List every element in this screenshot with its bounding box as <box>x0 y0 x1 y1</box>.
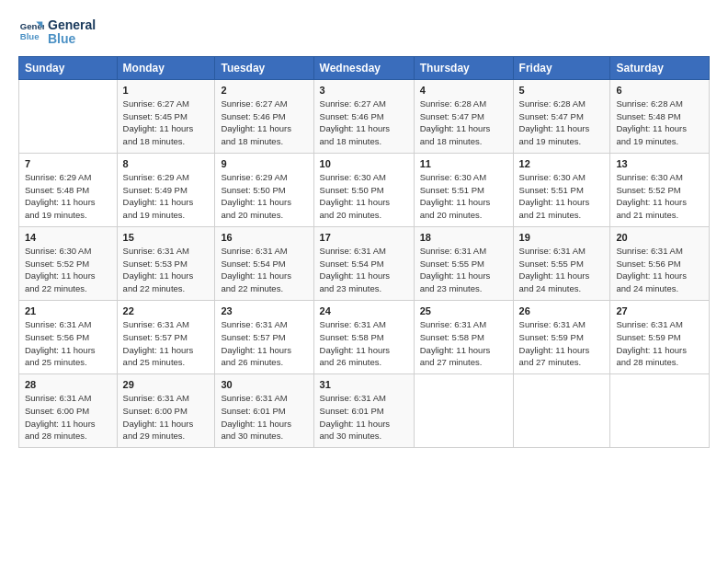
calendar-cell: 13Sunrise: 6:30 AMSunset: 5:52 PMDayligh… <box>610 153 710 226</box>
day-number: 18 <box>420 232 507 243</box>
calendar-cell: 14Sunrise: 6:30 AMSunset: 5:52 PMDayligh… <box>19 226 118 300</box>
day-number: 11 <box>420 158 507 169</box>
day-number: 23 <box>221 305 307 316</box>
day-info: Sunrise: 6:30 AMSunset: 5:52 PMDaylight:… <box>616 171 703 222</box>
day-info: Sunrise: 6:29 AMSunset: 5:49 PMDaylight:… <box>123 171 210 222</box>
day-info: Sunrise: 6:31 AMSunset: 5:59 PMDaylight:… <box>519 318 605 369</box>
calendar-cell: 15Sunrise: 6:31 AMSunset: 5:53 PMDayligh… <box>117 226 215 300</box>
day-info: Sunrise: 6:31 AMSunset: 5:56 PMDaylight:… <box>616 245 703 295</box>
day-number: 4 <box>420 85 507 96</box>
day-info: Sunrise: 6:31 AMSunset: 6:00 PMDaylight:… <box>123 392 210 442</box>
day-info: Sunrise: 6:30 AMSunset: 5:50 PMDaylight:… <box>320 171 408 222</box>
day-number: 5 <box>519 85 605 96</box>
calendar-cell: 21Sunrise: 6:31 AMSunset: 5:56 PMDayligh… <box>19 300 118 373</box>
day-number: 21 <box>25 305 111 316</box>
calendar-cell <box>414 374 513 448</box>
day-info: Sunrise: 6:31 AMSunset: 5:53 PMDaylight:… <box>123 245 210 295</box>
day-number: 3 <box>320 85 408 96</box>
weekday-header: Saturday <box>610 56 710 79</box>
day-info: Sunrise: 6:31 AMSunset: 6:01 PMDaylight:… <box>320 392 408 442</box>
day-info: Sunrise: 6:27 AMSunset: 5:45 PMDaylight:… <box>123 98 210 148</box>
day-info: Sunrise: 6:30 AMSunset: 5:51 PMDaylight:… <box>519 171 605 222</box>
day-number: 16 <box>221 232 307 243</box>
day-info: Sunrise: 6:31 AMSunset: 5:56 PMDaylight:… <box>25 318 111 369</box>
day-info: Sunrise: 6:27 AMSunset: 5:46 PMDaylight:… <box>221 98 307 148</box>
calendar-cell: 10Sunrise: 6:30 AMSunset: 5:50 PMDayligh… <box>313 153 414 226</box>
weekday-header: Wednesday <box>313 56 414 79</box>
calendar-cell: 9Sunrise: 6:29 AMSunset: 5:50 PMDaylight… <box>215 153 313 226</box>
day-info: Sunrise: 6:31 AMSunset: 5:58 PMDaylight:… <box>320 318 408 369</box>
day-number: 25 <box>420 305 507 316</box>
day-info: Sunrise: 6:31 AMSunset: 5:57 PMDaylight:… <box>123 318 210 369</box>
day-info: Sunrise: 6:28 AMSunset: 5:47 PMDaylight:… <box>519 98 605 148</box>
day-info: Sunrise: 6:31 AMSunset: 5:59 PMDaylight:… <box>616 318 703 369</box>
day-number: 24 <box>320 305 408 316</box>
calendar-cell: 24Sunrise: 6:31 AMSunset: 5:58 PMDayligh… <box>313 300 414 373</box>
day-number: 7 <box>25 158 111 169</box>
day-number: 27 <box>616 305 703 316</box>
weekday-header: Sunday <box>19 56 118 79</box>
calendar-cell: 19Sunrise: 6:31 AMSunset: 5:55 PMDayligh… <box>513 226 610 300</box>
day-info: Sunrise: 6:31 AMSunset: 5:57 PMDaylight:… <box>221 318 307 369</box>
day-number: 12 <box>519 158 605 169</box>
day-number: 19 <box>519 232 605 243</box>
day-number: 13 <box>616 158 703 169</box>
calendar-cell: 30Sunrise: 6:31 AMSunset: 6:01 PMDayligh… <box>215 374 313 448</box>
day-number: 6 <box>616 85 703 96</box>
weekday-header: Tuesday <box>215 56 313 79</box>
calendar-cell: 1Sunrise: 6:27 AMSunset: 5:45 PMDaylight… <box>117 79 215 153</box>
day-number: 10 <box>320 158 408 169</box>
day-info: Sunrise: 6:31 AMSunset: 5:58 PMDaylight:… <box>420 318 507 369</box>
day-info: Sunrise: 6:29 AMSunset: 5:48 PMDaylight:… <box>25 171 111 222</box>
calendar-cell: 29Sunrise: 6:31 AMSunset: 6:00 PMDayligh… <box>117 374 215 448</box>
day-info: Sunrise: 6:30 AMSunset: 5:52 PMDaylight:… <box>25 245 111 295</box>
day-number: 20 <box>616 232 703 243</box>
calendar-cell: 26Sunrise: 6:31 AMSunset: 5:59 PMDayligh… <box>513 300 610 373</box>
day-number: 2 <box>221 85 307 96</box>
day-info: Sunrise: 6:31 AMSunset: 5:54 PMDaylight:… <box>221 245 307 295</box>
calendar-cell: 18Sunrise: 6:31 AMSunset: 5:55 PMDayligh… <box>414 226 513 300</box>
weekday-header: Friday <box>513 56 610 79</box>
day-number: 14 <box>25 232 111 243</box>
day-number: 29 <box>123 379 210 390</box>
day-info: Sunrise: 6:31 AMSunset: 6:01 PMDaylight:… <box>221 392 307 442</box>
day-number: 28 <box>25 379 111 390</box>
day-info: Sunrise: 6:31 AMSunset: 5:55 PMDaylight:… <box>519 245 605 295</box>
calendar-cell: 3Sunrise: 6:27 AMSunset: 5:46 PMDaylight… <box>313 79 414 153</box>
header: General Blue General Blue <box>18 17 710 47</box>
calendar-cell: 22Sunrise: 6:31 AMSunset: 5:57 PMDayligh… <box>117 300 215 373</box>
calendar-cell: 25Sunrise: 6:31 AMSunset: 5:58 PMDayligh… <box>414 300 513 373</box>
day-number: 17 <box>320 232 408 243</box>
day-info: Sunrise: 6:28 AMSunset: 5:48 PMDaylight:… <box>616 98 703 148</box>
day-info: Sunrise: 6:29 AMSunset: 5:50 PMDaylight:… <box>221 171 307 222</box>
calendar-cell <box>610 374 710 448</box>
day-number: 8 <box>123 158 210 169</box>
calendar-cell: 11Sunrise: 6:30 AMSunset: 5:51 PMDayligh… <box>414 153 513 226</box>
calendar-cell: 23Sunrise: 6:31 AMSunset: 5:57 PMDayligh… <box>215 300 313 373</box>
calendar-cell: 17Sunrise: 6:31 AMSunset: 5:54 PMDayligh… <box>313 226 414 300</box>
svg-text:Blue: Blue <box>20 31 40 41</box>
calendar-cell: 6Sunrise: 6:28 AMSunset: 5:48 PMDaylight… <box>610 79 710 153</box>
calendar-cell: 27Sunrise: 6:31 AMSunset: 5:59 PMDayligh… <box>610 300 710 373</box>
day-number: 30 <box>221 379 307 390</box>
logo: General Blue General Blue <box>18 17 96 47</box>
calendar-cell: 5Sunrise: 6:28 AMSunset: 5:47 PMDaylight… <box>513 79 610 153</box>
day-info: Sunrise: 6:31 AMSunset: 5:54 PMDaylight:… <box>320 245 408 295</box>
day-number: 31 <box>320 379 408 390</box>
calendar-cell: 28Sunrise: 6:31 AMSunset: 6:00 PMDayligh… <box>19 374 118 448</box>
calendar-cell <box>513 374 610 448</box>
day-number: 15 <box>123 232 210 243</box>
day-info: Sunrise: 6:31 AMSunset: 5:55 PMDaylight:… <box>420 245 507 295</box>
weekday-header: Monday <box>117 56 215 79</box>
calendar-cell: 4Sunrise: 6:28 AMSunset: 5:47 PMDaylight… <box>414 79 513 153</box>
day-info: Sunrise: 6:31 AMSunset: 6:00 PMDaylight:… <box>25 392 111 442</box>
calendar-cell: 2Sunrise: 6:27 AMSunset: 5:46 PMDaylight… <box>215 79 313 153</box>
logo-line1: General <box>48 18 96 32</box>
day-info: Sunrise: 6:27 AMSunset: 5:46 PMDaylight:… <box>320 98 408 148</box>
day-number: 9 <box>221 158 307 169</box>
day-info: Sunrise: 6:28 AMSunset: 5:47 PMDaylight:… <box>420 98 507 148</box>
logo-line2: Blue <box>48 32 96 46</box>
day-number: 22 <box>123 305 210 316</box>
logo-icon: General Blue <box>18 18 44 44</box>
calendar-cell: 8Sunrise: 6:29 AMSunset: 5:49 PMDaylight… <box>117 153 215 226</box>
